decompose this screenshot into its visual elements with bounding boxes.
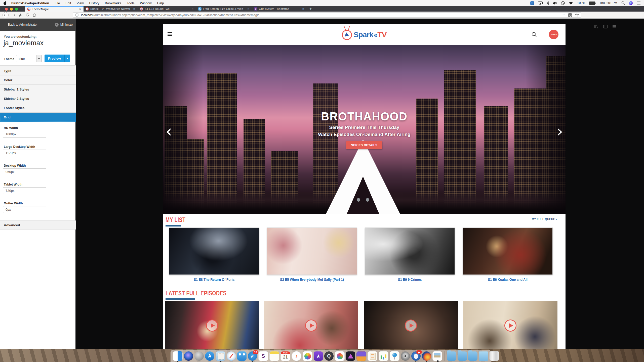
photos-dock-icon[interactable] xyxy=(303,351,312,361)
finder-dock-icon[interactable] xyxy=(173,351,183,361)
sidebar-toggle-icon[interactable] xyxy=(603,25,608,28)
pocket-icon[interactable] xyxy=(568,13,572,17)
my-list-item[interactable]: S1 E6 Koalas One and All xyxy=(463,228,553,282)
imovie-dock-icon[interactable]: ★ xyxy=(314,351,323,361)
firefox-dock-icon[interactable] xyxy=(422,351,431,361)
preview-dropdown-arrow[interactable] xyxy=(64,55,70,62)
menu-window[interactable]: Window xyxy=(140,1,151,5)
tab-close-icon[interactable]: × xyxy=(78,7,82,11)
minimize-button[interactable]: × Minimize xyxy=(55,23,73,27)
forward-button[interactable] xyxy=(12,14,15,16)
menu-file[interactable]: File xyxy=(55,1,60,5)
section-sidebar1-styles[interactable]: Sidebar 1 Styles xyxy=(0,85,76,94)
spotlight-icon[interactable] xyxy=(621,1,625,5)
slack-dock-icon[interactable]: S xyxy=(258,351,268,361)
safari-dock-icon[interactable] xyxy=(227,351,236,361)
siri-dock-icon[interactable] xyxy=(184,351,193,361)
back-to-administrator-button[interactable]: ← Back to Administrator xyxy=(3,23,38,26)
system-preferences-dock-icon[interactable] xyxy=(401,351,410,361)
menu-tools[interactable]: Tools xyxy=(127,1,134,5)
carousel-prev-icon[interactable]: ‹ xyxy=(166,123,172,139)
my-list-item[interactable]: S2 E5 When Everybody Met Sally (Part 1) xyxy=(267,228,357,282)
episode-title[interactable]: S2 E5 When Everybody Met Sally (Part 1) xyxy=(271,278,352,282)
latest-episode-thumbnail[interactable] xyxy=(264,301,358,349)
carousel-dot-1[interactable] xyxy=(357,198,360,202)
notification-center-icon[interactable] xyxy=(637,2,640,5)
episode-thumbnail[interactable] xyxy=(267,228,357,275)
numbers-dock-icon[interactable] xyxy=(379,351,388,361)
apple-menu-icon[interactable] xyxy=(4,1,7,5)
tab-sparkk-tv[interactable]: Sparkk TV | WebSeries Networ × xyxy=(84,6,138,12)
transmit-dock-icon[interactable] xyxy=(356,351,366,361)
carousel-dot-2[interactable] xyxy=(366,198,369,202)
launchpad-dock-icon[interactable] xyxy=(194,351,204,361)
sparktv-logo[interactable]: Spark « TV xyxy=(163,26,566,40)
tab-close-icon[interactable]: × xyxy=(133,7,136,11)
episode-thumbnail[interactable] xyxy=(365,228,455,275)
large-desktop-width-input[interactable]: 1170px xyxy=(3,150,46,156)
itunes-dock-icon[interactable]: ♪ xyxy=(292,351,301,361)
quicktime-dock-icon[interactable]: Q xyxy=(324,351,334,361)
latest-episode-thumbnail[interactable] xyxy=(165,301,259,349)
menu-help[interactable]: Help xyxy=(157,1,164,5)
documents-folder-dock-icon[interactable] xyxy=(458,351,467,361)
siri-icon[interactable] xyxy=(629,1,633,5)
hd-width-input[interactable]: 1600px xyxy=(3,131,46,138)
tab-close-icon[interactable]: × xyxy=(302,7,305,11)
latest-episode-thumbnail[interactable] xyxy=(463,301,557,349)
reload-button[interactable] xyxy=(26,13,29,17)
tab-thememagic[interactable]: ThemeMagic × xyxy=(25,6,84,12)
applications-folder-dock-icon[interactable] xyxy=(447,351,456,361)
gutter-width-input[interactable]: 0px xyxy=(3,206,46,213)
trash-dock-icon[interactable] xyxy=(489,351,499,361)
library-icon[interactable] xyxy=(594,25,598,28)
tablet-width-input[interactable]: 720px xyxy=(3,187,46,194)
series-details-button[interactable]: SERIES DETAILS xyxy=(346,141,383,149)
twitterrific-dock-icon[interactable] xyxy=(237,351,247,361)
user-avatar[interactable]: SparkTV xyxy=(549,30,558,39)
status-app-icon[interactable] xyxy=(530,1,534,5)
app-menu-icon[interactable] xyxy=(613,25,616,28)
window-zoom-button[interactable] xyxy=(15,8,18,11)
tab-close-icon[interactable]: × xyxy=(191,7,194,11)
play-button-icon[interactable] xyxy=(305,320,317,332)
calendar-dock-icon[interactable]: DEC21 xyxy=(280,351,290,361)
tab-close-icon[interactable]: × xyxy=(247,7,250,11)
affinity-designer-dock-icon[interactable] xyxy=(346,351,355,361)
home-button[interactable] xyxy=(32,13,36,17)
episode-title[interactable]: S1 E8 The Return Of Furia xyxy=(174,278,255,282)
back-button[interactable] xyxy=(3,12,9,18)
menu-history[interactable]: History xyxy=(89,1,99,5)
site-info-icon[interactable]: i xyxy=(75,13,79,17)
menu-bar-clock[interactable]: Thu 3:01 PM xyxy=(599,1,617,5)
episode-thumbnail[interactable] xyxy=(169,228,259,275)
tab-ipad-guide[interactable]: K iPad Screen Size Guide & Web × xyxy=(196,6,252,12)
site-search-icon[interactable] xyxy=(532,32,537,37)
pixelmator-dock-icon[interactable] xyxy=(335,351,345,361)
keynote-dock-icon[interactable] xyxy=(390,351,399,361)
play-button-icon[interactable] xyxy=(405,320,417,332)
volume-icon[interactable] xyxy=(553,2,557,5)
video-app-dock-icon[interactable]: ▶ xyxy=(411,351,421,361)
section-sidebar2-styles[interactable]: Sidebar 2 Styles xyxy=(0,94,76,103)
window-close-button[interactable] xyxy=(5,8,8,11)
section-typo[interactable]: Typo xyxy=(0,66,76,75)
active-app-name[interactable]: FirefoxDeveloperEdition xyxy=(11,1,49,5)
time-machine-icon[interactable] xyxy=(561,1,565,5)
bluetooth-icon[interactable] xyxy=(547,1,549,5)
episode-title[interactable]: S1 E6 Koalas One and All xyxy=(467,278,548,282)
my-full-queue-link[interactable]: MY FULL QUEUE › xyxy=(532,217,557,221)
mail-dock-icon[interactable] xyxy=(216,351,225,361)
my-list-item[interactable]: S1 E9 9 Crimes xyxy=(365,228,455,282)
devtools-wrench-icon[interactable] xyxy=(19,13,22,17)
episode-thumbnail[interactable] xyxy=(463,228,553,275)
downloads-folder-dock-icon[interactable] xyxy=(468,351,477,361)
airplay-display-icon[interactable] xyxy=(538,2,543,5)
play-button-icon[interactable] xyxy=(504,320,516,332)
carousel-next-icon[interactable]: › xyxy=(556,123,563,139)
episode-title[interactable]: S1 E9 9 Crimes xyxy=(369,278,450,282)
my-list-item[interactable]: S1 E8 The Return Of Furia xyxy=(169,228,259,282)
menu-edit[interactable]: Edit xyxy=(65,1,71,5)
url-field[interactable]: i localhost/administrator/index.php?opti… xyxy=(73,12,581,18)
section-footer-styles[interactable]: Footer Styles xyxy=(0,103,76,113)
